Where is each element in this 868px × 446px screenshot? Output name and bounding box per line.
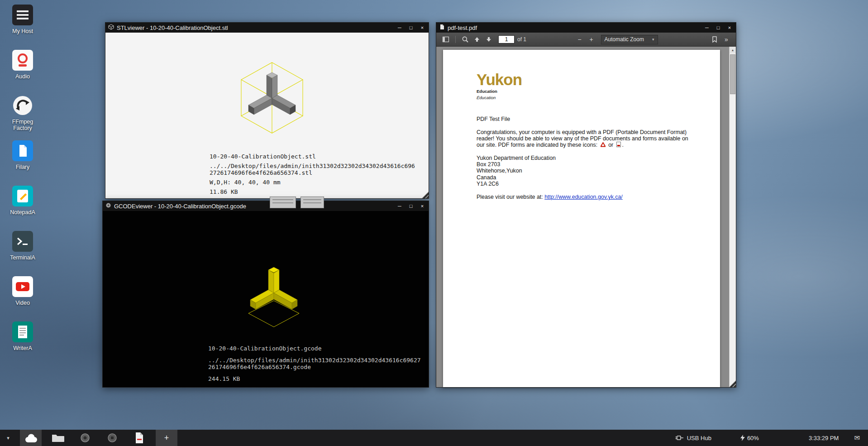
filary-icon	[12, 140, 33, 161]
desktop-icon-filary[interactable]: Filary	[3, 140, 43, 177]
ffmpeg-factory-icon	[12, 95, 33, 116]
taskbar-app-buttons: +	[20, 430, 177, 446]
desktop-icon-terminala[interactable]: TerminalA	[3, 231, 43, 268]
close-button[interactable]: ×	[419, 24, 426, 31]
taskbar-files-button[interactable]	[47, 430, 69, 446]
resize-grip[interactable]	[422, 192, 429, 198]
stl-3d-render	[227, 56, 317, 147]
scrollbar[interactable]: ▴	[729, 47, 736, 387]
taskbar: ▾ + USB Hub	[0, 430, 868, 446]
gcode-file-path-line1: ../../Desktop/files/admin/inith31302d323…	[208, 357, 421, 364]
maximize-button[interactable]: □	[407, 202, 415, 210]
usb-hub-label: USB Hub	[687, 435, 711, 441]
clock: 3:33:29 PM	[809, 435, 839, 441]
desktop-icon-label: NotepadA	[10, 209, 35, 216]
taskbar-add-button[interactable]: +	[156, 430, 177, 446]
gcode-3d-viewport[interactable]: 10-20-40-CalibrationObject.gcode ../../D…	[103, 211, 429, 387]
gcode-file-path-line2: 26174696f6e4f626a656374.gcode	[208, 364, 421, 370]
acrobat-pdf-icon	[601, 142, 606, 149]
bookmark-button[interactable]	[709, 34, 720, 45]
next-page-button[interactable]	[483, 34, 495, 45]
address-line: Whitehorse,Yukon	[477, 168, 700, 174]
minimize-button[interactable]: ─	[703, 24, 711, 31]
zoom-select[interactable]: Automatic Zoom ▾	[601, 35, 658, 44]
stl-3d-viewport[interactable]: 10-20-40-CalibrationObject.stl ../../Des…	[105, 33, 429, 198]
scroll-up-icon[interactable]: ▴	[730, 47, 736, 53]
zoom-select-value: Automatic Zoom	[605, 36, 644, 43]
minimize-button[interactable]: ─	[396, 24, 403, 31]
minimize-button[interactable]: ─	[396, 202, 403, 210]
desktop: My Host Audio FFmpeg Factory Filary Note…	[0, 0, 868, 446]
background-window-fragment	[300, 197, 324, 208]
gcode-window-title: GCODEviewer - 10-20-40-CalibrationObject…	[114, 203, 246, 210]
yukon-logo: Yukon	[477, 72, 700, 88]
battery-tray-item[interactable]: 60%	[740, 435, 759, 441]
gcodeviewer-app-icon	[107, 432, 118, 443]
mail-icon[interactable]: ✉	[854, 434, 860, 442]
maximize-button[interactable]: □	[715, 24, 722, 31]
folder-icon	[51, 432, 65, 444]
address-block: Yukon Department of Education Box 2703 W…	[477, 155, 700, 187]
zoom-out-button[interactable]: −	[574, 34, 586, 45]
stl-file-path-line2: 2726174696f6e4f626a656374.stl	[210, 169, 415, 176]
taskbar-stlviewer-button[interactable]	[74, 430, 96, 446]
taskbar-gcodeviewer-button[interactable]	[101, 430, 123, 446]
taskbar-cloud-button[interactable]	[20, 430, 42, 446]
taskbar-tray: USB Hub 60% 3:33:29 PM ✉	[675, 434, 868, 442]
desktop-icon-my-host[interactable]: My Host	[3, 5, 43, 42]
chevron-down-icon: ▾	[652, 37, 654, 42]
more-tools-button[interactable]: »	[720, 34, 732, 45]
toolbar-separator	[455, 36, 456, 43]
usb-plug-icon	[675, 435, 684, 441]
paragraph-line: reader! You should be able to view any o…	[477, 135, 700, 142]
gcode-3d-render	[229, 255, 319, 337]
close-button[interactable]: ×	[419, 202, 426, 210]
stl-titlebar[interactable]: STLviewer - 10-20-40-CalibrationObject.s…	[105, 23, 429, 33]
notepada-icon	[12, 186, 33, 206]
close-button[interactable]: ×	[726, 24, 733, 31]
audio-icon	[12, 50, 33, 71]
stl-app-icon	[108, 24, 114, 32]
desktop-icon-writera[interactable]: WriterA	[3, 321, 43, 359]
terminala-icon	[12, 231, 33, 252]
pdf-window-title: pdf-test.pdf	[448, 24, 477, 31]
logo-education-label: Education	[477, 88, 700, 95]
pdf-app-icon	[439, 24, 445, 32]
maximize-button[interactable]: □	[407, 24, 415, 31]
stlviewer-window: STLviewer - 10-20-40-CalibrationObject.s…	[105, 22, 429, 199]
gcode-file-name: 10-20-40-CalibrationObject.gcode	[208, 345, 421, 352]
taskbar-pdf-button[interactable]	[129, 430, 150, 446]
search-button[interactable]	[459, 34, 471, 45]
desktop-icon-label: FFmpeg Factory	[4, 119, 42, 131]
usb-hub-tray-item[interactable]: USB Hub	[675, 435, 711, 441]
gcodeviewer-window: GCODEviewer - 10-20-40-CalibrationObject…	[102, 201, 429, 388]
gcode-titlebar[interactable]: GCODEviewer - 10-20-40-CalibrationObject…	[103, 201, 429, 211]
desktop-icon-audio[interactable]: Audio	[3, 50, 43, 87]
desktop-icon-label: WriterA	[13, 345, 32, 351]
pdf-form-icon	[616, 142, 621, 149]
zoom-in-button[interactable]: +	[586, 34, 597, 45]
stl-file-path-line1: ../../Desktop/files/admin/inith31302d323…	[210, 163, 415, 169]
page-number-input[interactable]	[498, 35, 515, 43]
page-count-label: of 1	[517, 36, 526, 43]
website-link[interactable]: http://www.education.gov.yk.ca/	[544, 194, 623, 200]
gcode-file-size: 244.15 KB	[208, 375, 421, 382]
desktop-icon-ffmpeg-factory[interactable]: FFmpeg Factory	[3, 95, 43, 132]
sidebar-toggle-button[interactable]	[440, 34, 452, 45]
previous-page-button[interactable]	[471, 34, 483, 45]
background-window-fragment	[270, 197, 296, 208]
desktop-icon-video[interactable]: Video	[3, 276, 43, 313]
address-line: Box 2703	[477, 161, 700, 168]
stl-file-name: 10-20-40-CalibrationObject.stl	[210, 153, 415, 160]
gcode-app-icon	[105, 202, 111, 210]
desktop-icon-label: TerminalA	[10, 254, 35, 261]
desktop-icon-notepada[interactable]: NotepadA	[3, 186, 43, 223]
taskbar-expand-button[interactable]: ▾	[0, 435, 16, 441]
stlviewer-app-icon	[80, 432, 91, 443]
my-host-icon	[12, 5, 33, 25]
stl-dimensions: W,D,H: 40, 40, 40 mm	[210, 179, 415, 186]
scrollbar-thumb[interactable]	[730, 54, 735, 94]
address-line: Y1A 2C6	[477, 181, 700, 187]
desktop-icon-label: Video	[15, 300, 30, 306]
pdf-titlebar[interactable]: pdf-test.pdf ─ □ ×	[436, 23, 736, 33]
